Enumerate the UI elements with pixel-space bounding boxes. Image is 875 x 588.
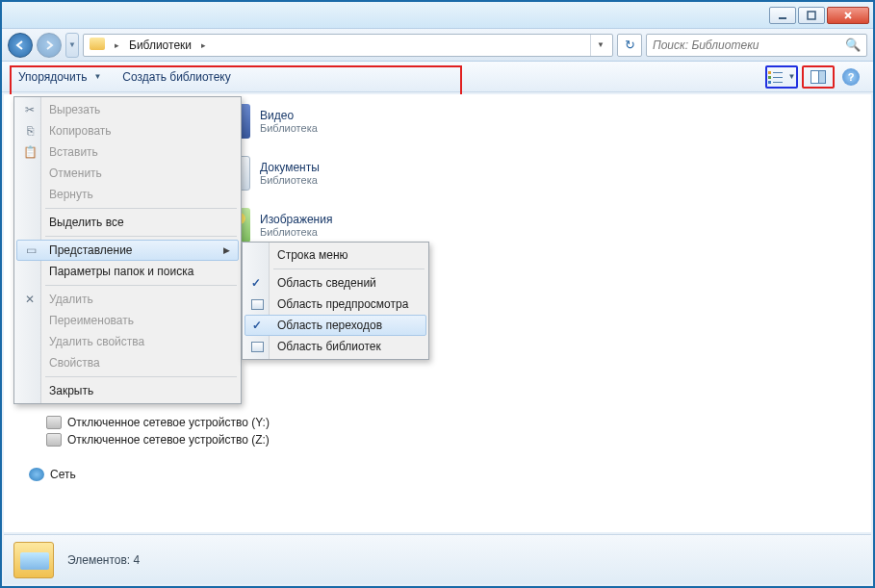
library-item-pictures[interactable]: Изображения Библиотека: [216, 208, 871, 243]
breadcrumb-arrow-icon[interactable]: ▸: [111, 40, 123, 50]
submenu-item-library-pane[interactable]: Область библиотек: [244, 336, 426, 357]
tree-item-drive-y[interactable]: Отключенное сетевое устройство (Y:): [23, 414, 270, 431]
organize-label: Упорядочить: [18, 70, 87, 84]
chevron-down-icon: ▼: [93, 72, 101, 81]
cut-icon: ✂: [22, 102, 38, 117]
breadcrumb-segment[interactable]: Библиотеки: [123, 35, 197, 56]
library-name: Документы: [260, 161, 320, 174]
details-pane: Элементов: 4: [4, 534, 871, 584]
delete-icon: ✕: [22, 292, 38, 307]
back-button[interactable]: [8, 33, 33, 58]
address-dropdown[interactable]: ▼: [590, 35, 610, 56]
view-options-button[interactable]: ▼: [765, 65, 798, 89]
menu-item-properties[interactable]: Свойства: [16, 352, 239, 373]
copy-icon: ⎘: [22, 123, 38, 139]
close-button[interactable]: [827, 7, 869, 24]
menu-item-select-all[interactable]: Выделить все: [16, 212, 239, 233]
title-bar: [2, 2, 873, 29]
library-name: Изображения: [260, 213, 332, 226]
chevron-down-icon: ▼: [788, 72, 796, 81]
search-box[interactable]: 🔍: [646, 34, 867, 57]
organize-button[interactable]: Упорядочить ▼: [8, 65, 112, 89]
svg-rect-1: [808, 12, 815, 19]
menu-item-paste[interactable]: 📋 Вставить: [16, 141, 239, 163]
address-bar[interactable]: ▸ Библиотеки ▸ ▼: [83, 34, 613, 57]
paste-icon: 📋: [22, 144, 38, 160]
tree-item-network[interactable]: Сеть: [23, 466, 270, 483]
history-dropdown[interactable]: ▼: [65, 33, 79, 58]
menu-item-layout[interactable]: ▭ Представление ▶: [16, 240, 239, 261]
organize-menu: ✂ Вырезать ⎘ Копировать 📋 Вставить Отмен…: [13, 96, 242, 404]
explorer-window: ▼ ▸ Библиотеки ▸ ▼ ↻ 🔍 Упорядочить ▼ Соз…: [0, 0, 875, 588]
library-type: Библиотека: [260, 122, 318, 134]
submenu-item-preview-pane[interactable]: Область предпросмотра: [244, 294, 426, 315]
submenu-item-menu-bar[interactable]: Строка меню: [244, 244, 426, 266]
network-drive-icon: [46, 433, 62, 447]
new-library-label: Создать библиотеку: [122, 70, 230, 84]
menu-item-redo[interactable]: Вернуть: [16, 184, 239, 205]
command-bar: Упорядочить ▼ Создать библиотеку ▼ ?: [2, 62, 873, 92]
breadcrumb-arrow-icon[interactable]: ▸: [197, 40, 210, 50]
pane-icon: [251, 299, 264, 310]
nav-pane-fragment: Отключенное сетевое устройство (Y:) Откл…: [23, 414, 270, 483]
layout-icon: ▭: [23, 243, 39, 258]
maximize-button[interactable]: [798, 7, 825, 24]
help-button[interactable]: ?: [835, 65, 867, 89]
menu-item-copy[interactable]: ⎘ Копировать: [16, 120, 239, 141]
menu-item-cut[interactable]: ✂ Вырезать: [16, 99, 239, 120]
submenu-item-details-pane[interactable]: ✓ Область сведений: [244, 272, 426, 294]
libraries-folder-icon: [13, 542, 54, 578]
tree-item-drive-z[interactable]: Отключенное сетевое устройство (Z:): [23, 431, 270, 448]
help-icon: ?: [842, 68, 860, 86]
new-library-button[interactable]: Создать библиотеку: [112, 65, 241, 89]
search-input[interactable]: [653, 38, 845, 52]
status-text: Элементов: 4: [67, 553, 140, 567]
library-type: Библиотека: [260, 226, 332, 238]
menu-item-delete[interactable]: ✕ Удалить: [16, 289, 239, 310]
menu-item-rename[interactable]: Переименовать: [16, 310, 239, 331]
network-icon: [29, 468, 44, 481]
library-type: Библиотека: [260, 174, 320, 186]
search-icon: 🔍: [845, 38, 861, 52]
network-drive-icon: [46, 416, 62, 429]
preview-pane-toggle[interactable]: [802, 65, 835, 89]
forward-button[interactable]: [37, 33, 62, 58]
library-item-video[interactable]: Видео Библиотека: [216, 104, 871, 139]
menu-item-close[interactable]: Закрыть: [16, 380, 239, 401]
location-icon: [90, 38, 107, 53]
layout-submenu: Строка меню ✓ Область сведений Область п…: [242, 242, 429, 360]
view-list-icon: [768, 70, 784, 84]
submenu-item-navigation-pane[interactable]: ✓ Область переходов: [244, 315, 426, 336]
pane-icon: [251, 342, 264, 352]
preview-pane-icon: [811, 70, 826, 84]
submenu-arrow-icon: ▶: [223, 245, 230, 255]
menu-item-undo[interactable]: Отменить: [16, 163, 239, 184]
menu-item-remove-props[interactable]: Удалить свойства: [16, 331, 239, 352]
refresh-button[interactable]: ↻: [617, 34, 642, 57]
check-icon: ✓: [252, 319, 262, 332]
minimize-button[interactable]: [769, 7, 796, 24]
menu-item-folder-options[interactable]: Параметры папок и поиска: [16, 261, 239, 282]
navigation-bar: ▼ ▸ Библиотеки ▸ ▼ ↻ 🔍: [2, 29, 873, 62]
library-item-documents[interactable]: Документы Библиотека: [216, 156, 871, 191]
svg-rect-0: [779, 17, 786, 19]
check-icon: ✓: [251, 276, 261, 290]
library-name: Видео: [260, 109, 318, 122]
